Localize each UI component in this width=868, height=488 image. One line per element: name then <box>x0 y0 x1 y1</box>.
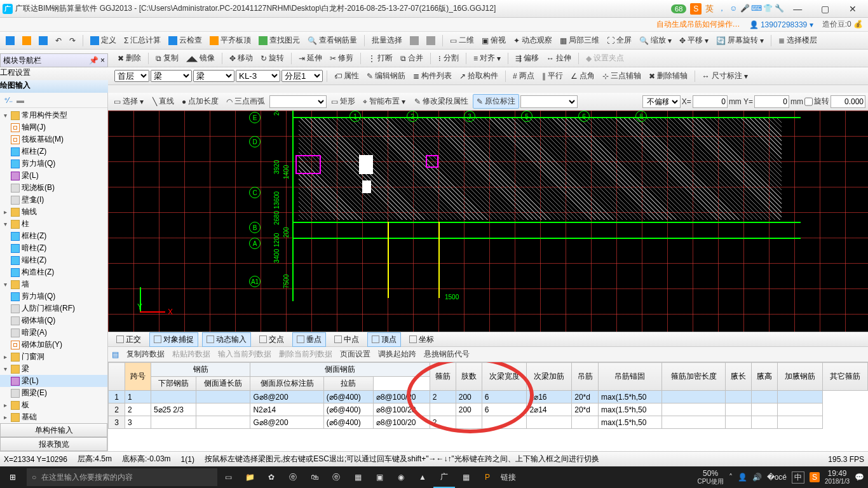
nav-expand-icon[interactable]: ⁺⁄₋ <box>4 96 13 105</box>
ime-wrench-icon[interactable]: 🔧 <box>773 4 785 13</box>
arc3-tool[interactable]: ◠ 三点画弧 <box>223 95 268 108</box>
offset-mode[interactable]: 不偏移 <box>642 95 681 108</box>
property-button[interactable]: 🏷 属性 <box>331 69 362 83</box>
fill-col-data[interactable]: 输入当前列数据 <box>218 349 271 360</box>
taskbar-store-icon[interactable]: 🛍 <box>304 466 325 488</box>
ime-mic-icon[interactable]: 🎤 <box>739 4 750 13</box>
zoom-button[interactable]: 🔍 缩放 ▾ <box>636 34 675 47</box>
tree-node[interactable]: 轴网(J) <box>0 121 107 133</box>
orig-label-options[interactable] <box>520 95 578 108</box>
view-2d-button[interactable]: ▭ 二维 <box>447 34 477 47</box>
minimize-button[interactable]: — <box>785 4 810 14</box>
define-button[interactable]: 定义 <box>87 34 119 47</box>
ime-lang[interactable]: 英 <box>705 3 714 15</box>
tree-node[interactable]: 框柱(Z) <box>0 146 107 158</box>
undo-button[interactable]: ↶ <box>52 35 65 46</box>
tray-clock[interactable]: 19:492018/1/3 <box>825 470 850 485</box>
rect-tool[interactable]: ▭ 矩形 <box>328 95 358 108</box>
ime-comma-icon[interactable]: ， <box>716 3 728 14</box>
tray-ime-icon[interactable]: 中 <box>792 471 804 484</box>
merge-button[interactable]: ⧉ 合并 <box>397 51 426 65</box>
taskbar-excel-icon[interactable]: ▦ <box>347 466 369 488</box>
tree-node[interactable]: 剪力墙(Q) <box>0 158 107 170</box>
mirror-button[interactable]: ◢◣ 镜像 <box>183 51 218 65</box>
ime-keyboard-icon[interactable]: ⌨ <box>750 4 762 13</box>
copy-button[interactable]: ⧉ 复制 <box>153 51 182 65</box>
paste-span-data[interactable]: 粘贴跨数据 <box>172 349 210 360</box>
grip-button[interactable]: ◆ 设置夹点 <box>583 51 627 65</box>
taskbar-app1-icon[interactable]: ✿ <box>261 466 282 488</box>
taskbar-edge-icon[interactable]: ⓔ <box>325 466 347 488</box>
tree-node[interactable]: ▾墙 <box>0 278 107 290</box>
floor-select[interactable]: 首层 <box>114 70 149 82</box>
snap-5[interactable]: 中点 <box>330 332 363 347</box>
project-settings-tab[interactable]: 工程设置 <box>0 67 108 80</box>
view-orbit-button[interactable]: ✦ 动态观察 <box>510 34 555 47</box>
rotate-input[interactable] <box>831 95 865 108</box>
twopoint-button[interactable]: # 两点 <box>510 69 538 83</box>
screen-rotate-button[interactable]: 🔄 屏幕旋转 ▾ <box>713 34 767 47</box>
drawing-canvas[interactable]: E D C B A A1 1 2 3 5 6 8 2400 3920 1400 … <box>108 111 868 332</box>
edit-rebar-button[interactable]: ✎ 编辑钢筋 <box>363 69 409 83</box>
trim-button[interactable]: ✂ 修剪 <box>327 51 356 65</box>
split-button[interactable]: ⫶ 分割 <box>435 51 462 65</box>
offset-button[interactable]: ⇶ 偏移 <box>512 51 542 65</box>
tree-node[interactable]: 剪力墙(Q) <box>0 290 107 302</box>
snap-0[interactable]: 正交 <box>112 332 146 347</box>
view-local3d-button[interactable]: ▦ 局部三维 <box>557 34 602 47</box>
move-button[interactable]: ✥ 移动 <box>226 51 256 65</box>
align-slab-button[interactable]: 平齐板顶 <box>207 34 254 47</box>
taskbar-folder-icon[interactable]: 📁 <box>239 466 261 488</box>
select-floor-button[interactable]: ≣ 选择楼层 <box>775 34 820 47</box>
snap-7[interactable]: 坐标 <box>405 332 438 347</box>
extend-button[interactable]: ⇥ 延伸 <box>295 51 325 65</box>
sogou-icon[interactable]: S <box>690 3 702 15</box>
y-input[interactable] <box>754 95 789 108</box>
redo-button[interactable]: ↷ <box>66 35 79 46</box>
tray-volume-icon[interactable]: 🔊 <box>752 473 762 482</box>
rotate-checkbox[interactable] <box>804 95 813 108</box>
view-top-button[interactable]: ▣ 俯视 <box>478 34 509 47</box>
view-rebar-button[interactable]: 🔍 查看钢筋量 <box>304 34 360 47</box>
category2-select[interactable]: 梁 <box>193 70 234 82</box>
orig-label-tool[interactable]: ✎ 原位标注 <box>473 94 519 109</box>
single-member-tab[interactable]: 单构件输入 <box>0 423 107 437</box>
tree-node[interactable]: ▾梁 <box>0 363 107 375</box>
start-button[interactable]: ⊞ <box>0 466 25 488</box>
nav-list-icon[interactable]: ▬ <box>17 96 24 105</box>
find-element-button[interactable]: 查找图元 <box>255 34 303 47</box>
tree-node[interactable]: ▸门窗洞 <box>0 351 107 363</box>
taskbar-app3-icon[interactable]: ◉ <box>390 466 412 488</box>
line-tool[interactable]: ╲ 直线 <box>149 95 177 108</box>
break-button[interactable]: ⋮ 打断 <box>365 51 396 65</box>
tree-node[interactable]: ▸板 <box>0 399 107 411</box>
tray-net-icon[interactable]: �océ <box>767 473 787 482</box>
pointangle-button[interactable]: ∠ 点角 <box>567 69 598 83</box>
tree-node[interactable]: 暗柱(Z) <box>0 242 107 254</box>
delete-axis-button[interactable]: ✖ 删除辅轴 <box>646 69 691 83</box>
snap-1[interactable]: 对象捕捉 <box>149 332 198 347</box>
dimension-button[interactable]: ↔ 尺寸标注 ▾ <box>699 69 751 83</box>
tree-node[interactable]: 框柱(Z) <box>0 230 107 242</box>
tree-node[interactable]: 现浇板(B) <box>0 182 107 194</box>
taskbar-link-label[interactable]: 链接 <box>501 472 516 483</box>
member-select[interactable]: KL-3 <box>236 70 280 82</box>
pointlen-tool[interactable]: ● 点加长度 <box>179 95 222 108</box>
taskbar-app4-icon[interactable]: ▲ <box>412 466 433 488</box>
report-preview-tab[interactable]: 报表预览 <box>0 437 107 451</box>
delete-button[interactable]: ✖ 删除 <box>114 51 144 65</box>
snap-6[interactable]: 顶点 <box>367 332 401 347</box>
component-tree[interactable]: ▾常用构件类型轴网(J)筏板基础(M)框柱(Z)剪力墙(Q)梁(L)现浇板(B)… <box>0 108 107 423</box>
snap-3[interactable]: 交点 <box>255 332 288 347</box>
close-button[interactable]: ✕ <box>840 4 865 14</box>
tree-node[interactable]: 梁(L) <box>0 170 107 182</box>
snap-2[interactable]: 动态输入 <box>202 332 251 347</box>
member-list-button[interactable]: ≣ 构件列表 <box>410 69 455 83</box>
align-button[interactable]: ≡ 对齐 ▾ <box>470 51 504 65</box>
tree-node[interactable]: 人防门框墙(RF) <box>0 302 107 315</box>
threepoint-axis-button[interactable]: ⊹ 三点辅轴 <box>599 69 644 83</box>
user-account[interactable]: 👤 13907298339 ▾ <box>749 20 813 29</box>
fullscreen-button[interactable]: ⛶ 全屏 <box>604 34 635 47</box>
rebar-table[interactable]: 跨号钢筋侧面钢筋箍筋肢数次梁宽度次梁加筋吊筋吊筋锚固箍筋加密长度腋长腋高加腋钢筋… <box>108 362 868 429</box>
new-file-button[interactable] <box>3 35 18 46</box>
